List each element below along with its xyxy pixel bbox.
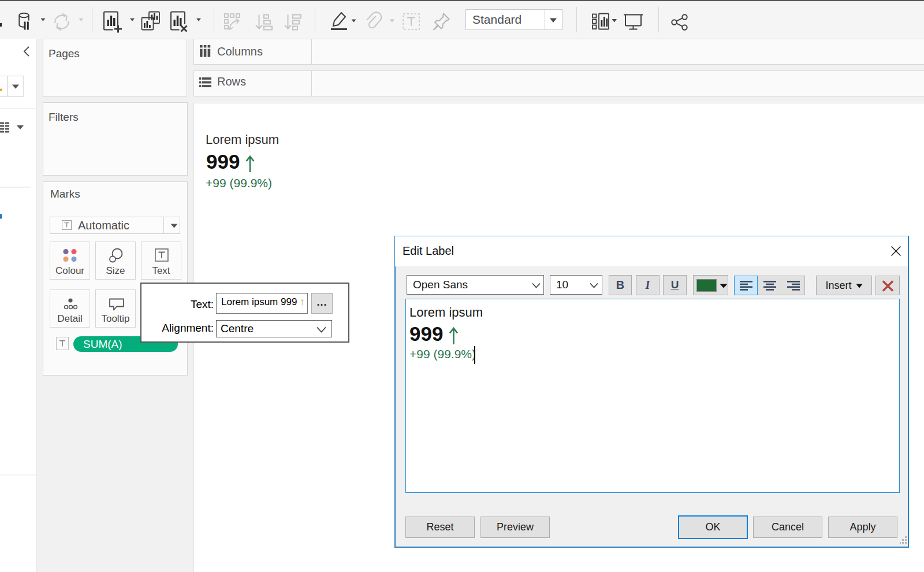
svg-text:Standard: Standard bbox=[472, 13, 521, 26]
